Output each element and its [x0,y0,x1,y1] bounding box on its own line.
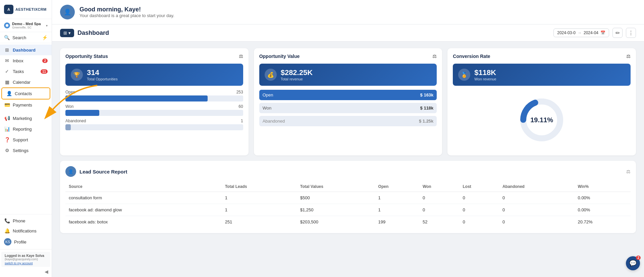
sidebar-logo[interactable]: A AESTHETIXCRM [0,0,52,19]
table-header: Source Total Leads Total Values Open Won… [65,182,631,192]
sidebar-item-notifications[interactable]: 🔔 Notifications [0,226,52,236]
date-range-picker[interactable]: 2024-03-0 → 2024-04 📅 [553,28,609,37]
sidebar-item-support[interactable]: ❓ Support [0,134,52,145]
dropdown-arrow: ▾ [68,30,71,36]
bolt-icon: ⚡ [42,35,48,40]
calendar-icon: 📅 [600,30,605,35]
won-value-label: Won [263,106,272,111]
col-win-pct: Win% [575,182,631,192]
won-revenue-banner: 🏅 $118K Won revenue [453,64,631,86]
edit-dashboard-button[interactable]: ✏ [612,28,623,38]
sidebar-item-phone[interactable]: 📞 Phone [0,216,52,226]
sidebar-item-label: Payments [13,102,48,108]
sidebar-item-marketing[interactable]: 📢 Marketing [0,113,52,124]
lead-report-avatar: 👤 [65,166,76,177]
won-revenue-icon: 🏅 [458,69,470,81]
calendar-icon: ▦ [4,79,10,85]
total-revenue-value: $282.25K [281,68,313,77]
header-greeting: 👤 Good morning, Kaye! Your dashboard is … [52,0,644,24]
total-opportunities-banner: 🏆 314 Total Opportunities [65,64,243,86]
cell-won: 0 [419,192,460,204]
filter-icon[interactable]: ⚖ [626,54,631,59]
table-body: consultation form 1 $500 1 0 0 0 0.00% f… [65,192,631,228]
sidebar-item-label: Inbox [13,58,40,63]
sidebar-item-contacts[interactable]: 👤 Contacts [1,87,50,99]
filter-icon[interactable]: ⚖ [432,54,437,59]
opportunity-status-card: Opportunity Status ⚖ 🏆 314 Total Opportu… [60,48,249,155]
dashboard-view-toggle[interactable]: ⊞ ▾ [60,29,74,37]
logo-icon: A [4,5,13,14]
cell-abandoned: 0 [499,204,575,216]
lead-source-table: Source Total Leads Total Values Open Won… [65,182,631,228]
sidebar-item-label: Calendar [13,80,48,85]
user-avatar: 👤 [60,5,75,19]
cell-source: facebook ads: botox [65,216,222,228]
chat-button[interactable]: 💬 2 [626,256,640,270]
sidebar-item-label: Contacts [15,91,46,96]
date-end: 2024-04 [584,30,598,35]
chevron-down-icon: ▾ [46,24,48,27]
cell-open: 1 [375,204,419,216]
main-content: 👤 Good morning, Kaye! Your dashboard is … [52,0,644,277]
tasks-badge: 11 [41,69,48,74]
greeting-subtitle: Your dashboard is a great place to start… [79,13,174,18]
value-row-won: Won $ 118k [259,103,437,113]
search-bar[interactable]: 🔍 Search ⚡ [0,32,52,43]
sidebar-item-tasks[interactable]: ✓ Tasks 11 [0,66,52,77]
reporting-icon: 📊 [4,126,10,132]
total-opportunities-label: Total Opportunities [87,77,118,81]
table-row: consultation form 1 $500 1 0 0 0 0.00% [65,192,631,204]
sidebar: A AESTHETIXCRM Demo - Med Spa Greenville… [0,0,52,277]
col-source: Source [65,182,222,192]
cell-source: facebook ad: diamond glow [65,204,222,216]
cell-total-leads: 1 [222,192,297,204]
logged-in-text: Logged in as Kaye Solva [5,254,47,258]
open-bar [65,95,208,101]
won-value: 60 [238,104,243,109]
cell-total-leads: 251 [222,216,297,228]
filter-icon[interactable]: ⚖ [239,54,243,59]
open-value-label: Open [263,92,273,97]
cell-win-pct: 0.00% [575,204,631,216]
dashboard-content: Opportunity Status ⚖ 🏆 314 Total Opportu… [52,42,644,277]
profile-avatar: KS [4,238,11,246]
sidebar-item-inbox[interactable]: ✉ Inbox 2 [0,55,52,66]
filter-icon[interactable]: ⚖ [626,169,631,174]
sidebar-item-profile[interactable]: KS Profile [0,236,52,248]
more-options-button[interactable]: ⋮ [626,28,636,38]
cell-total-values: $1,250 [297,204,375,216]
chat-icon: 💬 [629,260,637,267]
sidebar-item-label: Tasks [13,69,38,74]
inbox-icon: ✉ [4,58,10,63]
progress-item-won: Won 60 [65,104,243,116]
won-revenue-value: $118K [474,68,496,77]
collapse-sidebar-button[interactable]: ◀ [45,269,48,274]
switch-account-link[interactable]: switch to my account [5,262,47,265]
cell-source: consultation form [65,192,222,204]
sidebar-item-label: Marketing [13,116,48,121]
won-value-amount: $ 118k [420,106,434,111]
sidebar-item-payments[interactable]: 💳 Payments [0,99,52,110]
cell-win-pct: 0.00% [575,192,631,204]
progress-item-open: Open 253 [65,90,243,101]
marketing-icon: 📢 [4,116,10,121]
sidebar-item-reporting[interactable]: 📊 Reporting [0,124,52,134]
value-row-abandoned: Abandoned $ 1.25k [259,116,437,126]
sidebar-item-dashboard[interactable]: ⊞ Dashboard [0,45,52,55]
search-icon: 🔍 [4,35,10,40]
sidebar-item-label: Notifications [13,228,48,233]
search-label: Search [12,35,39,40]
cell-won: 0 [419,204,460,216]
total-revenue-label: Total revenue [281,77,313,81]
lead-report-title: Lead Source Report [79,169,127,175]
conversion-rate-card: Conversion Rate ⚖ 🏅 $118K Won revenue [447,48,636,155]
sidebar-item-label: Profile [14,239,48,245]
logo-text: AESTHETIXCRM [15,7,47,11]
dashboard-icon: ⊞ [4,47,10,53]
sidebar-item-settings[interactable]: ⚙ Settings [0,145,52,156]
sidebar-item-calendar[interactable]: ▦ Calendar [0,77,52,87]
phone-icon: 📞 [4,218,10,223]
sidebar-item-label: Support [13,137,48,142]
opportunity-value-card: Opportunity Value ⚖ 💰 $282.25K Total rev… [254,48,442,155]
account-switcher[interactable]: Demo - Med Spa Greenville, SC ▾ [0,19,52,32]
